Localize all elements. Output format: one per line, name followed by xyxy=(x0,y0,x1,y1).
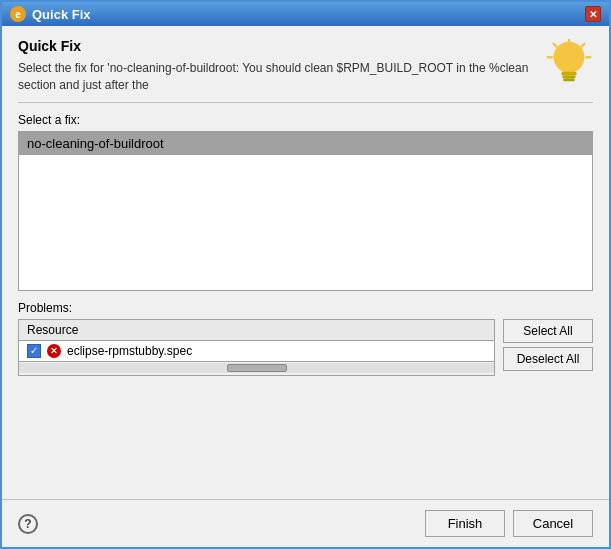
svg-rect-2 xyxy=(562,76,575,79)
error-icon: ✕ xyxy=(47,344,61,358)
header-section: Quick Fix Select the fix for 'no-cleanin… xyxy=(18,38,593,103)
table-row: ✕ eclipse-rpmstubby.spec xyxy=(19,341,494,361)
footer-buttons: Finish Cancel xyxy=(425,510,593,537)
dialog-footer: ? Finish Cancel xyxy=(2,499,609,547)
svg-rect-1 xyxy=(561,72,576,76)
dialog-title: Quick Fix xyxy=(18,38,535,54)
close-button[interactable]: ✕ xyxy=(585,6,601,22)
header-description: Select the fix for 'no-cleaning-of-build… xyxy=(18,60,535,94)
horizontal-scrollbar[interactable] xyxy=(19,361,494,375)
header-text-block: Quick Fix Select the fix for 'no-cleanin… xyxy=(18,38,535,94)
problems-column-resource: Resource xyxy=(19,320,494,341)
svg-point-0 xyxy=(554,42,585,73)
problems-label: Problems: xyxy=(18,301,593,315)
svg-line-5 xyxy=(554,44,557,47)
row-label: eclipse-rpmstubby.spec xyxy=(67,344,192,358)
problems-section: Problems: Resource ✕ eclipse-rpmstubby.s… xyxy=(18,301,593,376)
fix-item[interactable]: no-cleaning-of-buildroot xyxy=(19,132,592,155)
side-buttons: Select All Deselect All xyxy=(503,319,593,376)
title-bar-left: e Quick Fix xyxy=(10,6,91,22)
problems-table: Resource ✕ eclipse-rpmstubby.spec xyxy=(18,319,495,376)
window-title: Quick Fix xyxy=(32,7,91,22)
finish-button[interactable]: Finish xyxy=(425,510,505,537)
problems-area: Resource ✕ eclipse-rpmstubby.spec Select… xyxy=(18,319,593,376)
eclipse-icon: e xyxy=(10,6,26,22)
deselect-all-button[interactable]: Deselect All xyxy=(503,347,593,371)
quick-fix-dialog: e Quick Fix ✕ Quick Fix Select the fix f… xyxy=(0,0,611,549)
svg-rect-3 xyxy=(563,78,575,81)
fix-section: Select a fix: no-cleaning-of-buildroot xyxy=(18,113,593,291)
select-all-button[interactable]: Select All xyxy=(503,319,593,343)
title-bar: e Quick Fix ✕ xyxy=(2,2,609,26)
dialog-content: Quick Fix Select the fix for 'no-cleanin… xyxy=(2,26,609,499)
cancel-button[interactable]: Cancel xyxy=(513,510,593,537)
svg-line-6 xyxy=(582,44,585,47)
fix-list[interactable]: no-cleaning-of-buildroot xyxy=(18,131,593,291)
scrollbar-track xyxy=(19,363,494,373)
scrollbar-thumb[interactable] xyxy=(227,364,287,372)
bulb-icon xyxy=(545,38,593,90)
help-icon[interactable]: ? xyxy=(18,514,38,534)
fix-section-label: Select a fix: xyxy=(18,113,593,127)
row-checkbox[interactable] xyxy=(27,344,41,358)
